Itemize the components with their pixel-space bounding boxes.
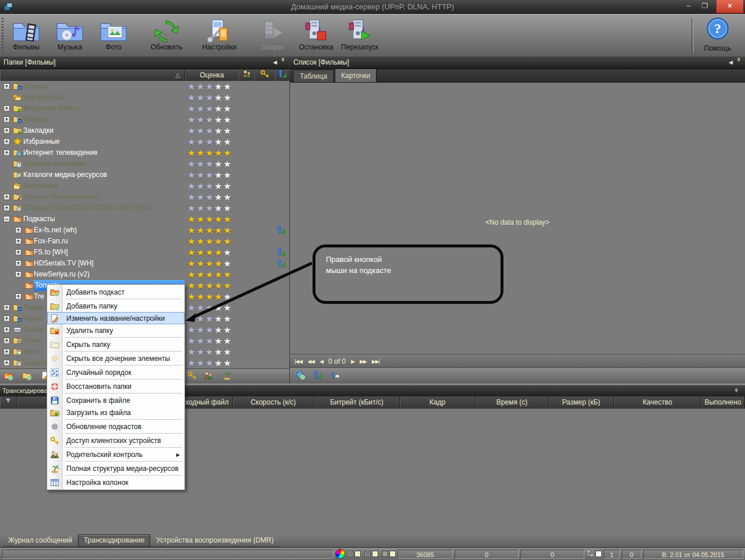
expand-icon[interactable]: + [3, 127, 10, 134]
expand-icon[interactable]: + [15, 293, 22, 300]
filter-icon[interactable] [0, 396, 17, 409]
menu-item[interactable]: Добавить подкаст [47, 286, 185, 298]
next-group-icon[interactable]: ▶▶ [360, 359, 367, 364]
rating-stars[interactable]: ★★★★★ [187, 192, 232, 203]
rating-stars[interactable]: ★★★★★ [187, 136, 232, 147]
tree-row[interactable]: +Образы CD/SACD/DVD/DVD-A/BD (ISO)★★★★★ [0, 203, 289, 214]
expand-icon[interactable]: + [3, 116, 10, 123]
expand-icon[interactable]: + [15, 260, 22, 267]
restart-button[interactable]: Перезапуск [340, 16, 379, 55]
menu-item[interactable]: Удалить папку [47, 324, 185, 336]
close-button[interactable]: × [716, 0, 744, 13]
access-column-header[interactable] [254, 69, 276, 81]
tree-row[interactable]: История навигации★★★★★ [0, 158, 289, 169]
add-internet-resource-icon[interactable] [296, 370, 305, 382]
rating-stars[interactable]: ★★★★★ [187, 158, 232, 169]
stop-button[interactable]: Остановка [297, 16, 335, 55]
menu-item[interactable]: Доступ клиентских устройств [47, 434, 185, 446]
pin-icon[interactable] [281, 56, 287, 69]
tab-cards[interactable]: Карточки [335, 69, 377, 82]
rating-stars[interactable]: ★★★★★ [187, 103, 232, 114]
expand-icon[interactable]: + [15, 249, 22, 256]
tree-row[interactable]: +NewSeriya.ru (v2)★★★★★ [0, 269, 289, 280]
tree-row[interactable]: −Подкасты★★★★★ [0, 214, 289, 225]
column-header[interactable]: Размер (кБ) [549, 396, 614, 409]
minimize-button[interactable]: – [681, 0, 696, 13]
pin-icon[interactable] [736, 56, 743, 69]
collapse-left-icon[interactable]: ◀ [273, 56, 277, 69]
add-podcast-icon[interactable] [3, 371, 13, 382]
rating-stars[interactable]: ★★★★★ [187, 203, 232, 214]
expand-icon[interactable]: + [3, 327, 10, 333]
rating-stars[interactable]: ★★★★★ [187, 225, 232, 236]
tree-row[interactable]: +Ex-fs.net (wh)★★★★★ [0, 225, 289, 236]
expand-icon[interactable]: + [3, 316, 10, 322]
bottom-tab-0[interactable]: Журнал сообщений [2, 534, 78, 547]
movies-button[interactable]: Фильмы [7, 16, 45, 55]
menu-item[interactable]: Родительский контроль▶ [47, 448, 185, 460]
menu-item[interactable]: Изменить название/настройки [47, 312, 185, 324]
expand-icon[interactable]: + [3, 194, 10, 200]
rating-stars[interactable]: ★★★★★ [187, 258, 232, 269]
add-folder-icon[interactable] [22, 371, 31, 382]
expand-icon[interactable]: + [3, 338, 10, 344]
expand-icon[interactable]: + [15, 227, 22, 233]
view-images-icon[interactable] [331, 370, 340, 382]
rating-stars[interactable]: ★★★★★ [187, 247, 232, 258]
rating-stars[interactable]: ★★★★★ [187, 147, 232, 158]
rating-stars[interactable]: ★★★★★ [187, 357, 232, 368]
tree-row[interactable]: +Актеры★★★★★ [0, 81, 289, 92]
expand-icon[interactable]: + [3, 105, 10, 112]
music-button[interactable]: Музыка [51, 16, 89, 55]
menu-item[interactable]: Полная структура медиа-ресурсов [47, 462, 185, 474]
rating-stars[interactable]: ★★★★★ [187, 280, 232, 291]
rating-stars[interactable]: ★★★★★ [187, 114, 232, 125]
tree-row[interactable]: +Жанры★★★★★ [0, 114, 289, 125]
tree-row[interactable]: +Музыка (Визуализация)★★★★★ [0, 192, 289, 203]
menu-item[interactable]: Загрузить из файла [47, 406, 185, 419]
rating-stars[interactable]: ★★★★★ [187, 269, 232, 280]
rating-stars[interactable]: ★★★★★ [187, 214, 232, 225]
tree-row[interactable]: Коллекции★★★★★ [0, 180, 289, 192]
rating-stars[interactable]: ★★★★★ [187, 236, 232, 247]
rating-stars[interactable]: ★★★★★ [187, 180, 232, 192]
expand-icon[interactable]: + [3, 304, 10, 311]
collapse-icon[interactable]: − [3, 216, 10, 222]
column-header[interactable]: Выполнено [701, 396, 745, 409]
expand-icon[interactable]: + [15, 271, 22, 278]
help-button[interactable]: ? Помощь [696, 16, 739, 52]
prev-page-icon[interactable]: ◀ [320, 359, 323, 364]
menu-item[interactable]: Обновление подкастов [47, 420, 185, 433]
bottom-tab-1[interactable]: Транскодирование [78, 534, 150, 547]
rating-stars[interactable]: ★★★★★ [187, 125, 232, 136]
expand-icon[interactable]: + [3, 139, 10, 145]
rating-column-header[interactable]: Оценка [185, 69, 239, 81]
tree-row[interactable]: +Интернет телевидение★★★★★ [0, 147, 289, 158]
rating-stars[interactable]: ★★★★★ [187, 291, 232, 302]
column-header[interactable]: Кадр [400, 396, 476, 409]
menu-item[interactable]: Настройка колонок [47, 476, 185, 488]
media-structure-icon[interactable] [222, 371, 232, 382]
rating-stars[interactable]: ★★★★★ [187, 324, 232, 335]
rating-stars[interactable]: ★★★★★ [187, 169, 232, 180]
settings-button[interactable]: Настройки [200, 16, 239, 55]
expand-icon[interactable]: + [3, 83, 10, 90]
refresh-button[interactable]: Обновить [147, 16, 186, 55]
expand-icon[interactable]: + [15, 238, 22, 244]
expand-icon[interactable]: + [3, 349, 10, 355]
toolbar-grip[interactable] [2, 18, 3, 54]
prev-group-icon[interactable]: ◀◀ [307, 359, 314, 364]
rating-stars[interactable]: ★★★★★ [187, 335, 232, 346]
bottom-tab-2[interactable]: Устройства воспроизведения (DMR) [150, 534, 279, 547]
rating-stars[interactable]: ★★★★★ [187, 346, 232, 357]
rating-stars[interactable]: ★★★★★ [187, 313, 232, 324]
parental-icon[interactable] [204, 371, 213, 382]
tree-row[interactable]: +Входящие файлы★★★★★ [0, 103, 289, 114]
name-column-header[interactable]: △ [0, 69, 185, 81]
column-header[interactable]: Время (с) [476, 396, 549, 409]
tab-table[interactable]: Таблица [293, 70, 334, 82]
rating-stars[interactable]: ★★★★★ [187, 81, 232, 92]
menu-item[interactable]: Восстановить папки [47, 380, 185, 392]
rating-stars[interactable]: ★★★★★ [187, 92, 232, 103]
tree-row[interactable]: Каталоги медиа-ресурсов★★★★★ [0, 169, 289, 180]
